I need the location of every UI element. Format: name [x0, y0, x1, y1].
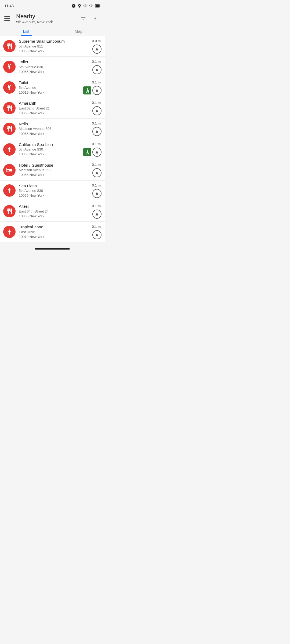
accessibility-badge — [83, 148, 91, 156]
item-category-icon — [3, 205, 16, 217]
svg-point-4 — [10, 64, 11, 65]
item-distance: 0.0 mi — [92, 39, 102, 43]
item-name: Altesi — [19, 204, 90, 209]
list-item[interactable]: Hotel / Guesthouse Madison Avenue 692100… — [0, 160, 105, 181]
item-distance: 0.1 mi — [92, 121, 102, 125]
svg-point-5 — [8, 85, 9, 86]
item-actions — [92, 127, 102, 136]
status-bar: 11:43 — [0, 0, 105, 11]
item-actions — [92, 189, 102, 198]
item-info: Toilet 5th Avenue 83010065 New York — [19, 59, 90, 74]
list-item[interactable]: Supreme Snail Emporium 5th Avenue 811100… — [0, 36, 105, 57]
item-name: Sea Lions — [19, 183, 90, 189]
item-actions — [92, 45, 102, 54]
navigate-button[interactable] — [92, 65, 102, 74]
item-actions — [92, 106, 102, 115]
list-item[interactable]: Sea Lions 5th Avenue 83010065 New York 0… — [0, 181, 105, 201]
tab-map[interactable]: Map — [52, 26, 105, 36]
item-distance: 0.1 mi — [92, 142, 102, 146]
status-icons — [71, 4, 100, 8]
item-right: 0.1 mi — [83, 80, 102, 95]
accessibility-badge — [83, 86, 91, 94]
list-item[interactable]: Tropical Zone East Drive10019 New York 0… — [0, 222, 105, 242]
list-item[interactable]: Amaranth East 62nd Street 2110065 New Yo… — [0, 98, 105, 119]
more-icon — [92, 16, 98, 21]
item-name: Toilet — [19, 59, 90, 65]
navigate-button[interactable] — [92, 45, 102, 54]
navigate-button[interactable] — [92, 106, 102, 115]
menu-button[interactable] — [4, 15, 12, 22]
item-address: 5th Avenue 83010065 New York — [19, 147, 81, 157]
svg-point-7 — [87, 88, 88, 89]
navigate-button[interactable] — [92, 148, 102, 157]
item-category-icon — [3, 143, 16, 156]
item-category-icon — [3, 81, 16, 94]
notification-icon — [71, 4, 76, 8]
item-actions — [92, 168, 102, 177]
item-info: California Sea Lion 5th Avenue 83010065 … — [19, 142, 81, 157]
item-name: California Sea Lion — [19, 142, 81, 147]
signal-icon — [89, 4, 93, 8]
item-category-icon — [3, 61, 16, 73]
filter-icon — [80, 16, 86, 21]
item-actions — [92, 210, 102, 219]
bottom-bar — [0, 242, 105, 255]
list-item[interactable]: Toilet 5th Avenue 83010065 New York 0.1 … — [0, 57, 105, 77]
item-actions — [92, 65, 102, 74]
item-address: 5th Avenue10019 New York — [19, 85, 81, 95]
tab-list[interactable]: List — [0, 26, 52, 36]
item-right: 0.1 mi — [92, 183, 102, 198]
navigate-button[interactable] — [92, 189, 102, 198]
item-info: Sea Lions 5th Avenue 83010065 New York — [19, 183, 90, 198]
item-name: Supreme Snail Emporium — [19, 39, 90, 44]
header-actions — [78, 13, 100, 24]
navigate-button[interactable] — [92, 210, 102, 219]
svg-point-3 — [8, 64, 9, 65]
item-name: Hotel / Guesthouse — [19, 163, 90, 168]
more-options-button[interactable] — [90, 13, 100, 24]
item-info: Supreme Snail Emporium 5th Avenue 811100… — [19, 39, 90, 54]
item-address: 5th Avenue 83010065 New York — [19, 188, 90, 198]
list-item[interactable]: Altesi East 64th Street 2410065 New York… — [0, 201, 105, 222]
item-name: Toilet — [19, 80, 81, 85]
nearby-list: Supreme Snail Emporium 5th Avenue 811100… — [0, 36, 105, 242]
item-category-icon — [3, 226, 16, 238]
navigate-button[interactable] — [92, 230, 102, 239]
item-info: Altesi East 64th Street 2410065 New York — [19, 204, 90, 219]
list-item[interactable]: Nello Madison Avenue 69610065 New York 0… — [0, 119, 105, 139]
item-right: 0.1 mi — [92, 60, 102, 74]
navigate-button[interactable] — [92, 86, 102, 95]
item-address: East 62nd Street 2110065 New York — [19, 106, 90, 116]
item-category-icon — [3, 164, 16, 176]
header: Nearby 5th Avenue, New York — [0, 11, 105, 24]
wifi-icon — [83, 4, 88, 8]
item-actions — [83, 148, 102, 157]
item-address: 5th Avenue 83010065 New York — [19, 65, 90, 74]
header-title-block: Nearby 5th Avenue, New York — [16, 13, 74, 24]
item-name: Nello — [19, 121, 90, 127]
item-address: Madison Avenue 69610065 New York — [19, 126, 90, 136]
battery-icon — [95, 4, 100, 8]
svg-rect-1 — [96, 5, 99, 7]
item-address: East Drive10019 New York — [19, 230, 90, 239]
item-distance: 0.1 mi — [92, 225, 102, 229]
item-right: 0.1 mi — [92, 163, 102, 177]
page-subtitle: 5th Avenue, New York — [16, 20, 74, 24]
tabs: List Map — [0, 26, 105, 36]
item-category-icon — [3, 40, 16, 52]
item-right: 0.1 mi — [83, 142, 102, 157]
item-address: Madison Avenue 69210065 New York — [19, 168, 90, 177]
list-item[interactable]: Toilet 5th Avenue10019 New York 0.1 mi — [0, 77, 105, 98]
page-title: Nearby — [16, 13, 74, 20]
item-right: 0.1 mi — [92, 121, 102, 136]
filter-button[interactable] — [78, 13, 89, 24]
navigate-button[interactable] — [92, 127, 102, 136]
item-info: Toilet 5th Avenue10019 New York — [19, 80, 81, 95]
item-name: Amaranth — [19, 101, 90, 106]
status-time: 11:43 — [4, 4, 14, 8]
item-address: East 64th Street 2410065 New York — [19, 209, 90, 219]
item-info: Tropical Zone East Drive10019 New York — [19, 224, 90, 239]
item-actions — [83, 86, 102, 95]
list-item[interactable]: California Sea Lion 5th Avenue 83010065 … — [0, 139, 105, 160]
navigate-button[interactable] — [92, 168, 102, 177]
